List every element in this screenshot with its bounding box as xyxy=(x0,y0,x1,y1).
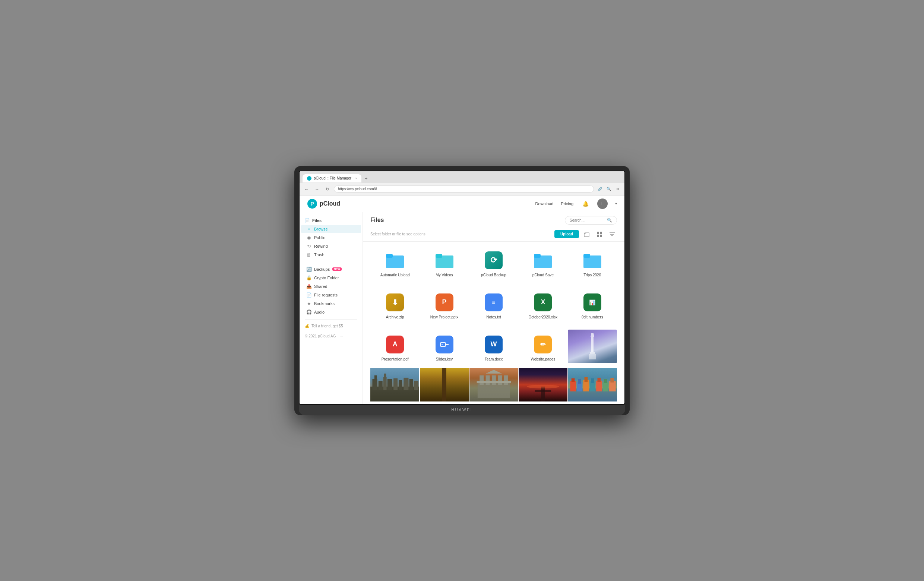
svg-rect-44 xyxy=(492,375,496,385)
new-folder-btn[interactable] xyxy=(582,229,592,239)
file-name-trips-2020: Trips 2020 xyxy=(584,273,601,277)
avatar-dropdown-icon[interactable]: ▾ xyxy=(615,201,617,206)
back-btn[interactable]: ← xyxy=(302,185,311,193)
file-item-automatic-upload[interactable]: Automatic Upload xyxy=(370,245,419,280)
file-area-title: Files xyxy=(370,217,384,224)
svg-rect-26 xyxy=(589,354,596,359)
file-name-numbers: 0dit.numbers xyxy=(582,315,603,319)
zoom-icon[interactable]: 🔍 xyxy=(605,186,612,193)
main-layout: 📄 Files ≡ Browse ◉ Public ⟲ xyxy=(300,212,624,404)
address-bar[interactable]: https://my.pcloud.com/# xyxy=(334,186,594,193)
file-item-my-videos[interactable]: My Videos xyxy=(419,245,469,280)
file-item-pdf[interactable]: A Presentation.pdf xyxy=(370,329,419,364)
svg-rect-5 xyxy=(597,235,599,237)
sidebar-item-browse[interactable]: ≡ Browse xyxy=(301,225,361,233)
file-item-pcloud-backup[interactable]: ⟳ pCloud Backup xyxy=(469,245,518,280)
refresh-btn[interactable]: ↻ xyxy=(323,185,332,193)
svg-rect-59 xyxy=(590,381,596,392)
svg-rect-30 xyxy=(379,381,383,390)
more-dots[interactable]: ··· xyxy=(340,334,343,338)
file-item-photo-purple[interactable] xyxy=(568,329,617,364)
sidebar-item-file-requests[interactable]: 📄 File requests xyxy=(301,291,361,299)
svg-rect-53 xyxy=(571,381,576,392)
sidebar-files-header[interactable]: 📄 Files xyxy=(300,217,363,225)
app-content: P pCloud Download Pricing 🔔 L ▾ xyxy=(300,196,624,404)
forest-svg xyxy=(420,368,469,402)
file-item-numbers[interactable]: 📊 0dit.numbers xyxy=(568,288,617,322)
search-box[interactable]: 🔍 xyxy=(565,216,617,225)
file-name-key: Slides.key xyxy=(436,357,453,361)
search-input[interactable] xyxy=(570,218,605,222)
folder-icon-automatic-upload xyxy=(385,251,404,270)
file-item-key[interactable]: Slides.key xyxy=(419,329,469,364)
lighthouse-svg xyxy=(587,333,598,359)
file-item-word[interactable]: W Team.docx xyxy=(469,329,518,364)
public-icon: ◉ xyxy=(306,235,312,240)
pdf-icon: A xyxy=(385,335,404,354)
file-name-website: Website.pages xyxy=(531,357,555,361)
svg-rect-49 xyxy=(541,387,545,402)
sidebar-divider-1 xyxy=(305,262,357,262)
photo-forest[interactable] xyxy=(420,368,469,402)
audio-label: Audio xyxy=(314,310,325,314)
folder-icon-trips-2020 xyxy=(583,251,602,270)
rewind-icon: ⟲ xyxy=(306,244,312,249)
avatar-btn[interactable]: L xyxy=(597,199,608,209)
sidebar-item-trash[interactable]: 🗑 Trash xyxy=(301,251,361,259)
crypto-label: Crypto Folder xyxy=(314,276,339,280)
sidebar-item-backups[interactable]: 🔄 Backups NEW xyxy=(301,265,361,273)
svg-rect-46 xyxy=(504,375,508,385)
photo-sunset[interactable] xyxy=(519,368,568,402)
browser-chrome: pCloud :: File Manager × + ← → ↻ https:/… xyxy=(300,171,624,196)
file-item-website[interactable]: ✏ Website.pages xyxy=(518,329,568,364)
backups-label: Backups xyxy=(314,267,330,272)
bell-icon[interactable]: 🔔 xyxy=(581,199,590,208)
sidebar-item-shared[interactable]: 📤 Shared xyxy=(301,282,361,291)
trash-icon: 🗑 xyxy=(306,252,312,257)
bookmark-icon[interactable]: 🔗 xyxy=(596,186,604,193)
svg-rect-38 xyxy=(414,381,418,390)
svg-rect-60 xyxy=(591,379,594,383)
file-item-trips-2020[interactable]: Trips 2020 xyxy=(568,245,617,280)
new-tab-btn[interactable]: + xyxy=(361,174,370,183)
sidebar-item-rewind[interactable]: ⟲ Rewind xyxy=(301,242,361,250)
sidebar-divider-2 xyxy=(305,319,357,319)
amsterdam-svg xyxy=(370,368,419,402)
browser-actions: 🔗 🔍 ⚙ xyxy=(596,186,622,193)
backups-icon: 🔄 xyxy=(306,267,312,272)
file-item-xlsx[interactable]: X October2020.xlsx xyxy=(518,288,568,322)
file-requests-icon: 📄 xyxy=(306,292,312,298)
sidebar-item-public[interactable]: ◉ Public xyxy=(301,234,361,242)
svg-point-51 xyxy=(527,385,559,388)
tab-title: pCloud :: File Manager xyxy=(314,176,351,180)
bookmarks-icon: ★ xyxy=(306,301,312,306)
tell-friend-link[interactable]: 💰 Tell a friend, get $5 xyxy=(300,323,363,329)
file-item-txt[interactable]: ≡ Notes.txt xyxy=(469,288,518,322)
sidebar: 📄 Files ≡ Browse ◉ Public ⟲ xyxy=(300,212,363,404)
pricing-link[interactable]: Pricing xyxy=(561,201,573,206)
photo-amsterdam[interactable] xyxy=(370,368,419,402)
file-name-my-videos: My Videos xyxy=(436,273,453,277)
browser-tab-active[interactable]: pCloud :: File Manager × xyxy=(302,174,361,183)
photo-harbor[interactable] xyxy=(568,368,617,402)
forward-btn[interactable]: → xyxy=(313,185,321,193)
file-item-pcloud-save[interactable]: pCloud Save xyxy=(518,245,568,280)
grid-view-btn[interactable] xyxy=(595,229,604,239)
filter-btn[interactable] xyxy=(607,229,617,239)
file-toolbar: Select folder or file to see options Upl… xyxy=(363,227,624,242)
download-link[interactable]: Download xyxy=(535,201,553,206)
sidebar-item-crypto[interactable]: 🔒 Crypto Folder xyxy=(301,274,361,282)
upload-btn[interactable]: Upload xyxy=(554,230,579,238)
photo-gate[interactable] xyxy=(469,368,518,402)
tab-close-btn[interactable]: × xyxy=(355,176,357,180)
settings-icon[interactable]: ⚙ xyxy=(614,186,622,193)
rewind-label: Rewind xyxy=(314,244,328,249)
harbor-svg xyxy=(568,368,617,402)
file-name-pcloud-backup: pCloud Backup xyxy=(481,273,507,277)
laptop-brand: HUAWEI xyxy=(299,405,625,415)
file-item-pptx[interactable]: P New Project.pptx xyxy=(419,288,469,322)
sidebar-item-audio[interactable]: 🎧 Audio xyxy=(301,308,361,316)
file-name-word: Team.docx xyxy=(485,357,503,361)
sidebar-item-bookmarks[interactable]: ★ Bookmarks xyxy=(301,300,361,308)
file-item-archive[interactable]: ⬇ Archive.zip xyxy=(370,288,419,322)
